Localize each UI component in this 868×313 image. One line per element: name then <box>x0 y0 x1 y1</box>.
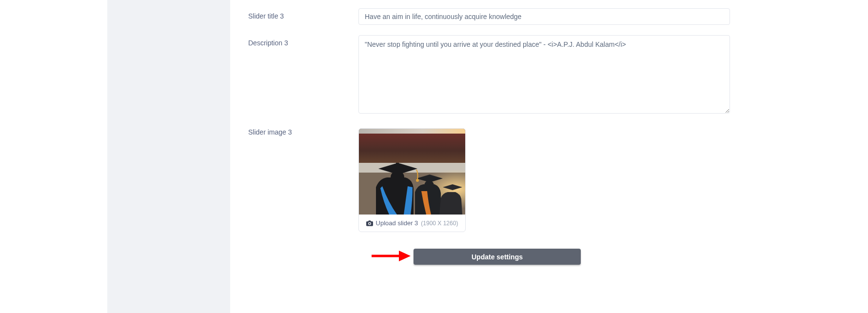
slider-image-3-preview <box>359 129 465 215</box>
description-3-textarea[interactable] <box>358 35 730 114</box>
submit-row: Update settings <box>414 249 581 265</box>
upload-slider-3-button[interactable]: Upload slider 3 (1900 X 1260) <box>359 215 465 232</box>
slider-title-3-label: Slider title 3 <box>230 12 358 20</box>
svg-point-8 <box>424 180 434 190</box>
description-3-label: Description 3 <box>230 39 358 47</box>
form-row-description-3: Description 3 <box>230 39 868 119</box>
svg-point-10 <box>416 179 419 182</box>
slider-title-3-input[interactable] <box>358 8 730 25</box>
slider-image-3-card: Upload slider 3 (1900 X 1260) <box>358 128 466 232</box>
camera-icon <box>366 220 373 226</box>
upload-slider-3-label: Upload slider 3 <box>376 219 418 227</box>
upload-slider-3-hint: (1900 X 1260) <box>421 220 458 227</box>
settings-card: Slider title 3 Description 3 Slider imag… <box>230 0 868 313</box>
form-row-slider-title-3: Slider title 3 <box>230 12 868 29</box>
svg-point-6 <box>391 171 404 184</box>
update-settings-button[interactable]: Update settings <box>414 249 581 265</box>
form-row-slider-image-3: Slider image 3 <box>230 128 868 232</box>
slider-image-3-label: Slider image 3 <box>230 128 358 136</box>
left-blank-area <box>0 0 107 313</box>
svg-rect-5 <box>396 163 399 166</box>
